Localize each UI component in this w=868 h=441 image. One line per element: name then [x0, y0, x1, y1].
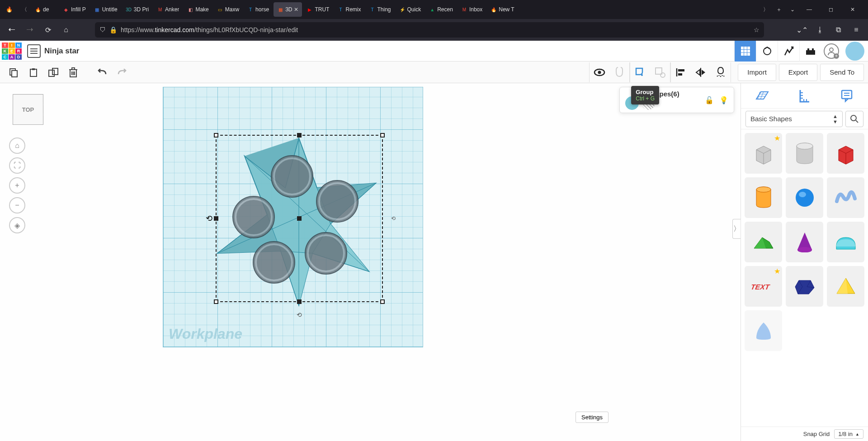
- selection-handle[interactable]: [297, 299, 302, 304]
- shape-roof[interactable]: [745, 222, 782, 262]
- sendto-button[interactable]: Send To: [820, 64, 864, 81]
- bricks-view-button[interactable]: [734, 41, 756, 62]
- lock-icon[interactable]: 🔓: [705, 96, 714, 104]
- browser-tab[interactable]: ▦Untitle: [90, 2, 121, 17]
- selection-handle[interactable]: [214, 133, 218, 138]
- blocks-editor-button[interactable]: [756, 41, 778, 62]
- nav-reload[interactable]: ⟳: [41, 23, 55, 37]
- browser-tab[interactable]: TRemix: [334, 2, 364, 17]
- browser-tab[interactable]: ▦3D✕: [274, 2, 302, 17]
- view-cube[interactable]: TOP: [13, 94, 43, 125]
- zoom-in-button[interactable]: +: [9, 177, 25, 194]
- home-view-button[interactable]: ⌂: [9, 138, 25, 154]
- window-minimize[interactable]: ―: [799, 3, 819, 16]
- ruler-tool-button[interactable]: [794, 86, 814, 106]
- selection-handle[interactable]: [214, 216, 218, 221]
- snap-grid-select[interactable]: 1/8 in▲: [834, 429, 863, 439]
- window-close[interactable]: ✕: [843, 3, 863, 16]
- copy-button[interactable]: [4, 62, 24, 82]
- group-button[interactable]: [630, 62, 650, 82]
- duplicate-button[interactable]: [43, 62, 63, 82]
- lego-export-button[interactable]: [799, 41, 821, 62]
- undo-button[interactable]: [92, 62, 112, 82]
- shape-pyramid[interactable]: [827, 266, 864, 307]
- shape-box[interactable]: ★: [745, 133, 782, 174]
- selection-handle[interactable]: [380, 299, 385, 304]
- nav-home[interactable]: ⌂: [59, 23, 73, 37]
- shape-box-red[interactable]: [827, 133, 864, 174]
- minecraft-export-button[interactable]: [778, 41, 799, 62]
- browser-tab[interactable]: MAnker: [153, 2, 183, 17]
- shape-scribble[interactable]: [827, 177, 864, 218]
- cruise-button[interactable]: [711, 62, 731, 82]
- settings-button[interactable]: Settings: [576, 412, 609, 423]
- tinkercad-logo[interactable]: TIN KER CAD: [0, 41, 24, 62]
- extensions-icon[interactable]: ⧉: [831, 23, 845, 37]
- browser-tab[interactable]: TThing: [365, 2, 394, 17]
- browser-tab[interactable]: ▲Recen: [425, 2, 457, 17]
- mirror-button[interactable]: [691, 62, 711, 82]
- downloads-icon[interactable]: ⭳: [813, 23, 827, 37]
- shape-cylinder[interactable]: [745, 177, 782, 218]
- design-list-button[interactable]: [27, 44, 41, 58]
- shape-half-cylinder[interactable]: [827, 222, 864, 262]
- rotate-handle[interactable]: ⟲: [297, 311, 302, 318]
- user-avatar[interactable]: [845, 42, 864, 61]
- tab-list-dropdown[interactable]: ⌄: [786, 3, 799, 16]
- browser-tab[interactable]: MInbox: [458, 2, 486, 17]
- canvas-3d-view[interactable]: TOP ⌂ ⛶ + − ◈: [0, 83, 741, 441]
- pocket-icon[interactable]: ⌄⌃: [795, 23, 809, 37]
- selection-handle[interactable]: [214, 299, 218, 304]
- browser-tab[interactable]: ◆Infill P: [59, 2, 90, 17]
- window-maximize[interactable]: ◻: [821, 3, 841, 16]
- browser-tab[interactable]: ▶TRUT: [303, 2, 333, 17]
- rotate-handle[interactable]: ⟲: [391, 215, 396, 222]
- notes-tool-button[interactable]: [837, 86, 857, 106]
- ungroup-button[interactable]: [650, 62, 670, 82]
- tab-close-icon[interactable]: ✕: [294, 6, 298, 13]
- zoom-out-button[interactable]: −: [9, 197, 25, 213]
- collapse-sidebar-tab[interactable]: 〉: [732, 219, 741, 239]
- browser-tab[interactable]: ⚡Quick: [396, 2, 425, 17]
- project-title[interactable]: Ninja star: [44, 47, 79, 56]
- bookmark-star-icon[interactable]: ☆: [754, 26, 760, 33]
- app-menu-icon[interactable]: ≡: [849, 23, 863, 37]
- browser-tab[interactable]: Thorse: [244, 2, 273, 17]
- shape-category-dropdown[interactable]: Basic Shapes ▲▼: [745, 111, 843, 127]
- tab-scroll-left[interactable]: 〈: [18, 3, 31, 16]
- nav-back[interactable]: 🠐: [5, 23, 19, 37]
- shape-text[interactable]: ★TEXT: [745, 266, 782, 307]
- tab-scroll-right[interactable]: 〉: [760, 3, 772, 16]
- align-button[interactable]: [671, 62, 691, 82]
- workplane-tool-button[interactable]: [752, 86, 772, 106]
- rotate-handle[interactable]: ⟲: [206, 213, 212, 223]
- show-all-button[interactable]: [590, 62, 609, 82]
- lightbulb-icon[interactable]: 💡: [719, 96, 728, 104]
- shape-paraboloid[interactable]: [745, 310, 782, 351]
- shape-hexagon[interactable]: [786, 266, 823, 307]
- browser-tab[interactable]: 3D3D Pri: [122, 2, 152, 17]
- fit-view-button[interactable]: ⛶: [9, 157, 25, 174]
- browser-tab[interactable]: 🔥de: [31, 2, 58, 17]
- toggle-visibility-button[interactable]: [609, 62, 629, 82]
- shape-sphere[interactable]: [786, 177, 823, 218]
- shape-cone[interactable]: [786, 222, 823, 262]
- browser-tab[interactable]: ▭Maxw: [213, 2, 243, 17]
- redo-button[interactable]: [112, 62, 132, 82]
- selection-handle[interactable]: [297, 216, 302, 221]
- selection-handle[interactable]: [297, 133, 302, 138]
- shape-search-button[interactable]: [845, 111, 863, 127]
- paste-button[interactable]: [24, 62, 43, 82]
- browser-tab[interactable]: 🔥New T: [487, 2, 518, 17]
- import-button[interactable]: Import: [738, 64, 776, 81]
- ortho-view-button[interactable]: ◈: [9, 217, 25, 233]
- invite-user-button[interactable]: +: [824, 43, 839, 59]
- delete-button[interactable]: [63, 62, 83, 82]
- export-button[interactable]: Export: [779, 64, 817, 81]
- selection-handle[interactable]: [380, 133, 385, 138]
- workplane-grid[interactable]: ⟲ ⟲ ⟲ Workplane: [163, 87, 423, 347]
- shape-cylinder-hole[interactable]: [786, 133, 823, 174]
- new-tab-button[interactable]: ＋: [772, 3, 786, 16]
- address-bar[interactable]: ⛉ 🔒 https://www.tinkercad.com/things/hL0…: [95, 22, 764, 38]
- browser-tab[interactable]: ◧Make: [184, 2, 212, 17]
